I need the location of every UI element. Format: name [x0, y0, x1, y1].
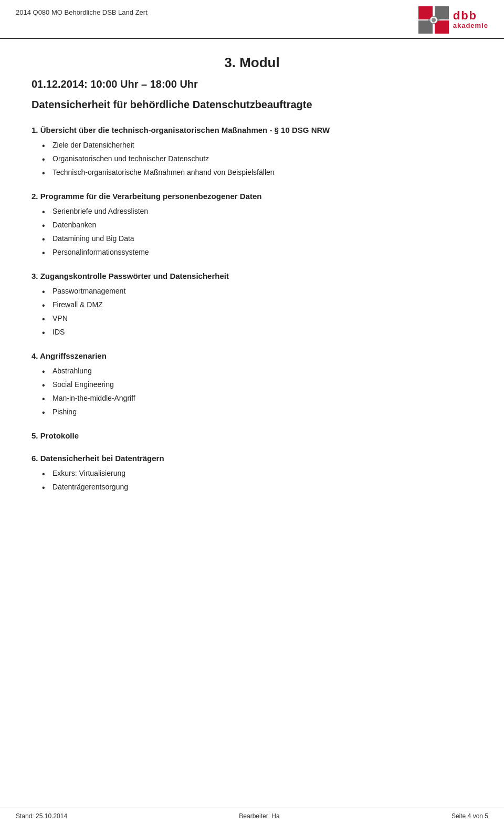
list-item: Datamining und Big Data	[42, 233, 472, 244]
svg-rect-0	[418, 6, 433, 19]
list-item: Serienbriefe und Adresslisten	[42, 206, 472, 217]
section-2: 2. Programme für die Verarbeitung person…	[32, 192, 472, 258]
list-item: IDS	[42, 327, 472, 338]
svg-rect-8	[428, 19, 429, 21]
list-item: Pishing	[42, 406, 472, 418]
list-item: Datenträgerentsorgung	[42, 482, 472, 493]
section-5: 5. Protokolle	[32, 431, 472, 440]
date-time: 01.12.2014: 10:00 Uhr – 18:00 Uhr	[32, 78, 472, 90]
module-title: 3. Modul	[32, 55, 472, 71]
footer-bearbeiter: Bearbeiter: Ha	[239, 812, 279, 820]
svg-rect-1	[435, 20, 449, 34]
list-item: Abstrahlung	[42, 366, 472, 377]
section-3-heading: 3. Zugangskontrolle Passwörter und Daten…	[32, 272, 472, 280]
list-item: Technisch-organisatorische Maßnahmen anh…	[42, 167, 472, 178]
list-item: Ziele der Datensicherheit	[42, 140, 472, 151]
list-item: Organisatorischen und technischer Datens…	[42, 153, 472, 164]
svg-rect-9	[438, 19, 439, 21]
section-6: 6. Datensicherheit bei Datenträgern Exku…	[32, 454, 472, 493]
footer-seite: Seite 4 von 5	[452, 812, 488, 820]
page-header: 2014 Q080 MO Behördliche DSB Land Zert d…	[0, 0, 504, 39]
footer-stand: Stand: 25.10.2014	[16, 812, 67, 820]
section-5-heading: 5. Protokolle	[32, 431, 472, 440]
dbb-emblem-icon	[418, 6, 449, 34]
svg-rect-7	[433, 23, 435, 24]
svg-rect-2	[435, 6, 449, 19]
main-content: 3. Modul 01.12.2014: 10:00 Uhr – 18:00 U…	[0, 39, 504, 538]
list-item: Social Engineering	[42, 379, 472, 390]
logo-area: dbb akademie	[418, 6, 488, 34]
svg-rect-6	[433, 16, 435, 17]
list-item: Personalinformationssysteme	[42, 247, 472, 258]
section-4-list: Abstrahlung Social Engineering Man-in-th…	[32, 366, 472, 418]
dbb-wordmark: dbb akademie	[453, 10, 488, 30]
list-item: Passwortmanagement	[42, 286, 472, 297]
list-item: Man-in-the-middle-Angriff	[42, 393, 472, 404]
section-4: 4. Angriffsszenarien Abstrahlung Social …	[32, 351, 472, 418]
section-3-list: Passwortmanagement Firewall & DMZ VPN ID…	[32, 286, 472, 338]
list-item: Datenbanken	[42, 220, 472, 231]
section-6-list: Exkurs: Virtualisierung Datenträgerentso…	[32, 468, 472, 493]
section-1-heading: 1. Übersicht über die technisch-organisa…	[32, 126, 472, 134]
list-item: Exkurs: Virtualisierung	[42, 468, 472, 479]
page-footer: Stand: 25.10.2014 Bearbeiter: Ha Seite 4…	[0, 808, 504, 824]
dbb-bottom-text: akademie	[453, 22, 488, 30]
header-title: 2014 Q080 MO Behördliche DSB Land Zert	[16, 6, 148, 16]
section-2-list: Serienbriefe und Adresslisten Datenbanke…	[32, 206, 472, 258]
svg-point-5	[432, 18, 436, 22]
svg-rect-3	[418, 20, 433, 34]
course-title: Datensicherheit für behördliche Datensch…	[32, 99, 472, 111]
section-1: 1. Übersicht über die technisch-organisa…	[32, 126, 472, 178]
section-6-heading: 6. Datensicherheit bei Datenträgern	[32, 454, 472, 463]
list-item: Firewall & DMZ	[42, 299, 472, 310]
section-1-list: Ziele der Datensicherheit Organisatorisc…	[32, 140, 472, 178]
list-item: VPN	[42, 313, 472, 324]
section-2-heading: 2. Programme für die Verarbeitung person…	[32, 192, 472, 201]
section-4-heading: 4. Angriffsszenarien	[32, 351, 472, 360]
dbb-top-text: dbb	[453, 10, 477, 22]
section-3: 3. Zugangskontrolle Passwörter und Daten…	[32, 272, 472, 338]
